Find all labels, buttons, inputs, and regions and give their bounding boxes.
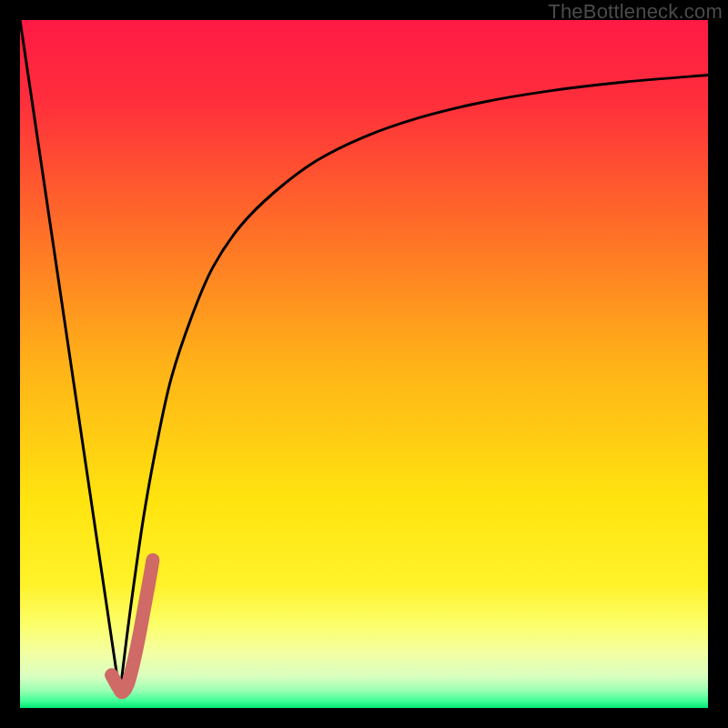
chart-frame: TheBottleneck.com (0, 0, 728, 728)
background-gradient (20, 20, 708, 708)
plot-area (20, 20, 708, 708)
watermark-text: TheBottleneck.com (548, 0, 723, 24)
svg-rect-0 (20, 20, 708, 708)
